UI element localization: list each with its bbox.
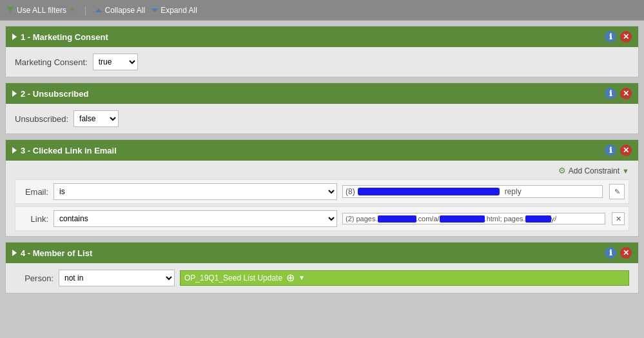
- main-content: 1 - Marketing Consent ℹ ✕ Marketing Cons…: [0, 21, 644, 299]
- email-count-prefix: (8): [346, 187, 355, 196]
- filter-header-right-4: ℹ ✕: [605, 247, 632, 259]
- filter-info-btn-1[interactable]: ℹ: [605, 31, 616, 43]
- use-all-filters-label: Use ALL filters: [17, 6, 66, 15]
- add-constraint-label: Add Constraint: [569, 166, 620, 175]
- filter-label-1-1: Marketing Consent:: [15, 57, 88, 67]
- filter-operator-1-1[interactable]: true false: [93, 54, 138, 70]
- email-edit-btn[interactable]: ✎: [609, 184, 625, 199]
- filter-block-4: 4 - Member of List ℹ ✕ Person: not in in…: [5, 242, 639, 293]
- filter-header-3: 3 - Clicked Link in Email ℹ ✕: [6, 140, 638, 161]
- header-arrow-4: [12, 250, 17, 256]
- filter-header-2: 2 - Unsubscribed ℹ ✕: [6, 83, 638, 104]
- link-value-area: (2) pages. .com/a/ .html; pages. y/: [342, 213, 605, 224]
- filter-row-3-2: Link: contains is starts with (2) pages.…: [15, 206, 629, 231]
- filter-label-3-1: Email:: [19, 187, 48, 197]
- toolbar-separator-1: |: [84, 5, 87, 15]
- close-icon: ✕: [616, 215, 621, 223]
- filter-constraint-section-3: ⚙ Add Constraint ▼ Email: is is not cont…: [6, 161, 638, 236]
- add-constraint-arrow: ▼: [622, 167, 629, 175]
- filter-header-4: 4 - Member of List ℹ ✕: [6, 243, 638, 263]
- link-value-redacted-3: [525, 215, 551, 223]
- link-value-redacted-1: [378, 215, 416, 223]
- filter-body-4: Person: not in in is empty OP_19Q1_Seed …: [6, 263, 638, 293]
- filter-header-left-1: 1 - Marketing Consent: [12, 32, 108, 42]
- filter-operator-4-1[interactable]: not in in is empty: [59, 270, 175, 286]
- use-all-filters[interactable]: Use ALL filters ▼: [6, 6, 75, 15]
- filter-row-4-1: Person: not in in is empty OP_19Q1_Seed …: [15, 270, 629, 286]
- filter-header-right-2: ℹ ✕: [605, 88, 632, 99]
- collapse-all-btn[interactable]: Collapse All: [95, 6, 145, 15]
- edit-icon: ✎: [614, 188, 620, 196]
- list-dropdown-btn[interactable]: ▼: [298, 275, 305, 281]
- email-reply-text: reply: [505, 187, 522, 196]
- filter-title-2: 2 - Unsubscribed: [21, 89, 88, 99]
- filter-row-2-1: Unsubscribed: false true: [15, 110, 629, 127]
- collapse-icon: [95, 8, 102, 12]
- filter-header-left-2: 2 - Unsubscribed: [12, 89, 88, 99]
- link-value-end: y/: [551, 215, 557, 223]
- filter-header-left-3: 3 - Clicked Link in Email: [12, 146, 117, 155]
- list-value-text: OP_19Q1_Seed List Update: [184, 273, 282, 283]
- add-constraint-bar: ⚙ Add Constraint ▼: [15, 163, 629, 179]
- filter-info-btn-4[interactable]: ℹ: [605, 247, 616, 259]
- link-value-mid: .com/a/: [416, 215, 440, 223]
- expand-icon: [151, 8, 158, 12]
- filter-header-1: 1 - Marketing Consent ℹ ✕: [6, 26, 638, 47]
- filter-close-btn-1[interactable]: ✕: [620, 31, 632, 43]
- filter-close-btn-2[interactable]: ✕: [620, 88, 632, 99]
- header-arrow-2: [12, 90, 17, 97]
- filter-block-2: 2 - Unsubscribed ℹ ✕ Unsubscribed: false…: [5, 83, 639, 134]
- link-value-redacted-2: [440, 215, 485, 223]
- toolbar: Use ALL filters ▼ | Collapse All Expand …: [0, 0, 644, 21]
- filter-close-btn-4[interactable]: ✕: [620, 247, 632, 259]
- filter-title-4: 4 - Member of List: [21, 248, 92, 258]
- email-value-redacted: [358, 188, 500, 195]
- header-arrow-3: [12, 147, 17, 154]
- filter-info-btn-2[interactable]: ℹ: [605, 88, 616, 99]
- filter-row-3-1: Email: is is not contains (8) reply ✎: [15, 179, 629, 204]
- add-constraint-link[interactable]: Add Constraint ▼: [569, 166, 629, 175]
- filter-block-3: 3 - Clicked Link in Email ℹ ✕ ⚙ Add Cons…: [5, 139, 639, 237]
- filter-close-btn-3[interactable]: ✕: [620, 144, 632, 156]
- filter-icon: [6, 7, 14, 14]
- header-arrow-1: [12, 34, 17, 40]
- filter-dropdown-icon: ▼: [69, 6, 75, 14]
- filter-info-btn-3[interactable]: ℹ: [605, 144, 616, 156]
- expand-all-btn[interactable]: Expand All: [151, 6, 197, 15]
- filter-block-1: 1 - Marketing Consent ℹ ✕ Marketing Cons…: [5, 26, 639, 77]
- link-value-text: (2) pages.: [346, 215, 378, 223]
- filter-body-1: Marketing Consent: true false: [6, 47, 638, 77]
- filter-header-left-4: 4 - Member of List: [12, 248, 92, 258]
- filter-title-1: 1 - Marketing Consent: [21, 32, 108, 42]
- filter-title-3: 3 - Clicked Link in Email: [21, 146, 117, 155]
- filter-label-2-1: Unsubscribed:: [15, 114, 68, 124]
- filter-label-3-2: Link:: [19, 214, 48, 224]
- filter-operator-3-2[interactable]: contains is starts with: [54, 210, 337, 227]
- expand-all-label: Expand All: [161, 6, 197, 15]
- link-close-btn[interactable]: ✕: [612, 212, 625, 225]
- link-value-suffix: .html; pages.: [485, 215, 525, 223]
- filter-operator-2-1[interactable]: false true: [73, 110, 119, 127]
- list-add-btn[interactable]: ⊕: [286, 273, 295, 283]
- filter-header-right-3: ℹ ✕: [605, 144, 632, 156]
- filter-row-1-1: Marketing Consent: true false: [15, 54, 629, 70]
- list-value-box: OP_19Q1_Seed List Update ⊕ ▼: [180, 270, 629, 286]
- filter-header-right-1: ℹ ✕: [605, 31, 632, 43]
- collapse-all-label: Collapse All: [104, 6, 145, 15]
- filter-operator-3-1[interactable]: is is not contains: [54, 183, 337, 200]
- filter-body-2: Unsubscribed: false true: [6, 104, 638, 134]
- filter-label-4-1: Person:: [15, 273, 54, 283]
- email-value-area: (8) reply: [342, 185, 603, 198]
- constraint-tree-icon: ⚙: [558, 166, 566, 175]
